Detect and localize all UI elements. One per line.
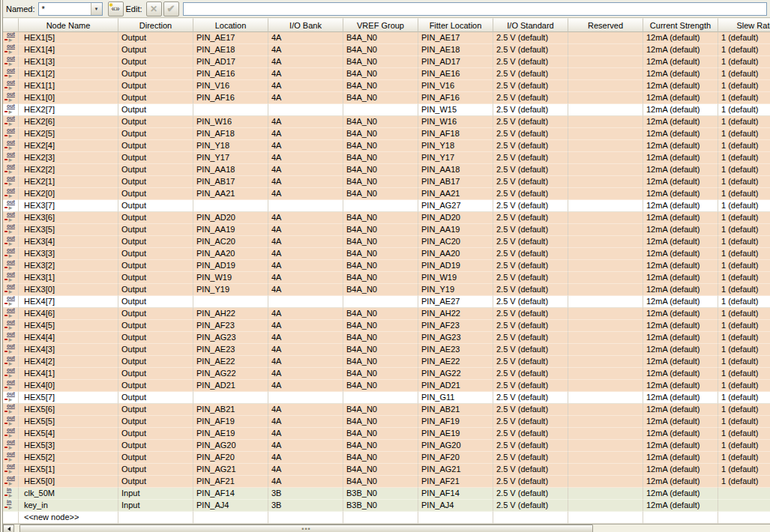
cell-slew[interactable]: 1 (default) (718, 344, 770, 356)
table-row[interactable]: out►HEX2[1]OutputPIN_AB174AB4A_N0PIN_AB1… (3, 176, 770, 188)
cell-reserved[interactable] (568, 404, 643, 416)
cell-slew[interactable]: 1 (default) (718, 476, 770, 488)
cell-name[interactable]: HEX1[3] (19, 56, 118, 68)
cell-location[interactable]: PIN_AF14 (193, 488, 268, 500)
cell-standard[interactable]: 2.5 V (default) (493, 284, 568, 296)
cell-reserved[interactable] (568, 452, 643, 464)
cell-name[interactable]: HEX2[2] (19, 164, 118, 176)
table-row[interactable]: in►clk_50MInputPIN_AF143BB3B_N0PIN_AF142… (3, 488, 770, 500)
cell-current[interactable]: 12mA (default) (643, 140, 718, 152)
cell-location[interactable]: PIN_AF16 (193, 92, 268, 104)
cell-slew[interactable]: 1 (default) (718, 404, 770, 416)
table-row[interactable]: out►HEX1[0]OutputPIN_AF164AB4A_N0PIN_AF1… (3, 92, 770, 104)
cell-reserved[interactable] (568, 344, 643, 356)
cell-standard[interactable]: 2.5 V (default) (493, 476, 568, 488)
cell-current[interactable]: 12mA (default) (643, 176, 718, 188)
cell-direction[interactable]: Input (118, 500, 193, 512)
cell-location[interactable]: PIN_Y18 (193, 140, 268, 152)
cell-name[interactable]: HEX3[7] (19, 200, 118, 212)
cell-slew[interactable]: 1 (default) (718, 452, 770, 464)
cell-standard[interactable]: 2.5 V (default) (493, 164, 568, 176)
cell-standard[interactable]: 2.5 V (default) (493, 272, 568, 284)
cell-bank[interactable]: 4A (268, 464, 343, 476)
cell-location[interactable] (193, 200, 268, 212)
cell-name[interactable]: HEX2[5] (19, 128, 118, 140)
cell-reserved[interactable] (568, 44, 643, 56)
cell-location[interactable]: PIN_AD20 (193, 212, 268, 224)
cell-fitter[interactable]: PIN_AG27 (418, 200, 493, 212)
cell-direction[interactable]: Output (118, 44, 193, 56)
column-header-vref[interactable]: VREF Group (343, 18, 418, 32)
scroll-left-button[interactable] (3, 525, 14, 532)
cell-fitter[interactable]: PIN_AF21 (418, 476, 493, 488)
cell-fitter[interactable]: PIN_AJ4 (418, 500, 493, 512)
cell-reserved[interactable] (568, 164, 643, 176)
cell-bank[interactable] (268, 392, 343, 404)
cell-vref[interactable]: B4A_N0 (343, 248, 418, 260)
cell-location[interactable]: PIN_AE17 (193, 32, 268, 44)
panel-splitter[interactable] (0, 0, 3, 532)
cell-bank[interactable]: 4A (268, 212, 343, 224)
cell-reserved[interactable] (568, 248, 643, 260)
cell-vref[interactable]: B4A_N0 (343, 344, 418, 356)
cell-bank[interactable]: 3B (268, 488, 343, 500)
cell-current[interactable]: 12mA (default) (643, 428, 718, 440)
cell-name[interactable]: HEX4[2] (19, 356, 118, 368)
cell-direction[interactable]: Output (118, 416, 193, 428)
cell-standard[interactable]: 2.5 V (default) (493, 392, 568, 404)
cell-vref[interactable]: B3B_N0 (343, 488, 418, 500)
cell-current[interactable]: 12mA (default) (643, 308, 718, 320)
cell-bank[interactable]: 4A (268, 356, 343, 368)
cell-reserved[interactable] (568, 200, 643, 212)
cell-bank[interactable]: 4A (268, 368, 343, 380)
cell-name[interactable]: HEX1[4] (19, 44, 118, 56)
cell-reserved[interactable] (568, 512, 643, 524)
cell-standard[interactable]: 2.5 V (default) (493, 44, 568, 56)
cell-direction[interactable]: Output (118, 284, 193, 296)
cell-direction[interactable]: Output (118, 248, 193, 260)
cell-bank[interactable] (268, 200, 343, 212)
cell-name[interactable]: clk_50M (19, 488, 118, 500)
cell-fitter[interactable]: PIN_AB21 (418, 404, 493, 416)
cell-slew[interactable]: 1 (default) (718, 116, 770, 128)
cell-slew[interactable]: 1 (default) (718, 428, 770, 440)
cell-direction[interactable]: Output (118, 68, 193, 80)
cell-location[interactable]: PIN_AG21 (193, 464, 268, 476)
column-header-fitter[interactable]: Fitter Location (418, 18, 493, 32)
cell-standard[interactable]: 2.5 V (default) (493, 356, 568, 368)
cell-standard[interactable]: 2.5 V (default) (493, 440, 568, 452)
cell-fitter[interactable]: PIN_AG22 (418, 368, 493, 380)
cell-name[interactable]: HEX5[3] (19, 440, 118, 452)
cell-name[interactable]: key_in (19, 500, 118, 512)
cell-location[interactable] (193, 512, 268, 524)
cell-bank[interactable]: 4A (268, 116, 343, 128)
cell-slew[interactable] (718, 500, 770, 512)
table-row[interactable]: out►HEX4[5]OutputPIN_AF234AB4A_N0PIN_AF2… (3, 320, 770, 332)
cell-current[interactable]: 12mA (default) (643, 488, 718, 500)
table-row[interactable]: out►HEX2[4]OutputPIN_Y184AB4A_N0PIN_Y182… (3, 140, 770, 152)
cell-location[interactable]: PIN_W16 (193, 116, 268, 128)
cell-current[interactable]: 12mA (default) (643, 392, 718, 404)
cell-name[interactable]: HEX3[2] (19, 260, 118, 272)
cell-bank[interactable]: 4A (268, 164, 343, 176)
table-row[interactable]: out►HEX1[1]OutputPIN_V164AB4A_N0PIN_V162… (3, 80, 770, 92)
cell-fitter[interactable]: PIN_W15 (418, 104, 493, 116)
cell-slew[interactable]: 1 (default) (718, 296, 770, 308)
cell-vref[interactable]: B4A_N0 (343, 272, 418, 284)
cell-fitter[interactable]: PIN_AF19 (418, 416, 493, 428)
cell-name[interactable]: HEX1[1] (19, 80, 118, 92)
edit-reject-button[interactable]: ✕ (146, 1, 162, 16)
cell-slew[interactable]: 1 (default) (718, 152, 770, 164)
cell-standard[interactable]: 2.5 V (default) (493, 296, 568, 308)
cell-fitter[interactable]: PIN_AA21 (418, 188, 493, 200)
cell-vref[interactable]: B4A_N0 (343, 212, 418, 224)
cell-current[interactable]: 12mA (default) (643, 464, 718, 476)
cell-direction[interactable]: Output (118, 380, 193, 392)
cell-bank[interactable]: 4A (268, 140, 343, 152)
cell-reserved[interactable] (568, 440, 643, 452)
cell-standard[interactable]: 2.5 V (default) (493, 344, 568, 356)
scrollbar-track[interactable]: ••• (14, 525, 770, 532)
table-row[interactable]: out►HEX3[6]OutputPIN_AD204AB4A_N0PIN_AD2… (3, 212, 770, 224)
cell-name[interactable]: HEX2[0] (19, 188, 118, 200)
cell-current[interactable]: 12mA (default) (643, 116, 718, 128)
